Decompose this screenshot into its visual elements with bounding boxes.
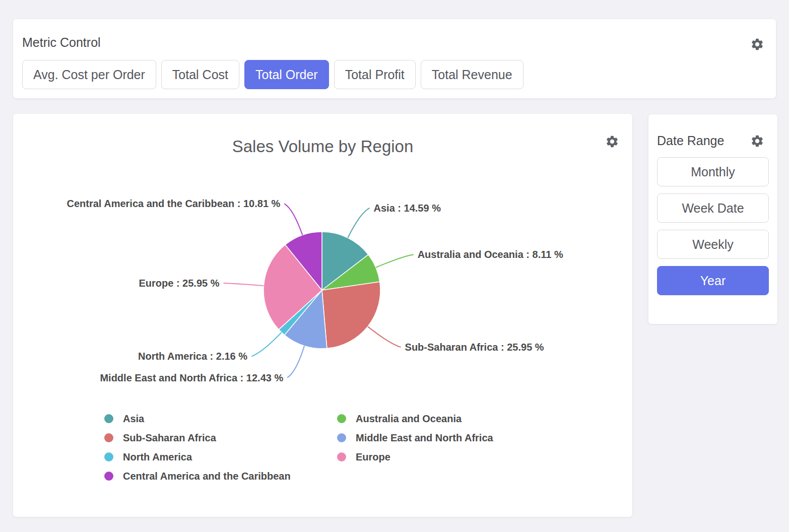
pie-callout-label-central-america-and-the-caribbean: Central America and the Caribbean : 10.8…: [67, 198, 281, 209]
pie-leader-line-australia-and-oceania: [376, 254, 414, 268]
date-range-button-monthly[interactable]: Monthly: [657, 157, 769, 186]
legend-marker-icon: [104, 452, 113, 461]
metric-button-total-revenue[interactable]: Total Revenue: [421, 60, 523, 89]
metric-button-total-profit[interactable]: Total Profit: [334, 60, 416, 89]
legend-item-australia-and-oceania[interactable]: Australia and Oceania: [337, 413, 493, 424]
metric-button-avg-cost-per-order[interactable]: Avg. Cost per Order: [22, 60, 156, 89]
pie-slice-sub-saharan-africa[interactable]: [322, 282, 380, 348]
pie-leader-line-asia: [348, 208, 369, 238]
pie-chart: Asia : 14.59 %Australia and Oceania : 8.…: [13, 174, 632, 426]
legend-item-middle-east-and-north-africa[interactable]: Middle East and North Africa: [337, 432, 493, 443]
pie-callout-label-north-america: North America : 2.16 %: [138, 351, 247, 362]
metric-button-group: Avg. Cost per OrderTotal CostTotal Order…: [22, 60, 529, 89]
legend-label: Central America and the Caribbean: [123, 471, 291, 482]
sales-volume-chart-panel: Sales Volume by Region Asia : 14.59 %Aus…: [13, 114, 632, 517]
legend-item-asia[interactable]: Asia: [104, 413, 337, 424]
legend-item-central-america-and-the-caribbean[interactable]: Central America and the Caribbean: [104, 471, 337, 482]
pie-callout-label-asia: Asia : 14.59 %: [374, 203, 441, 214]
date-button-group: MonthlyWeek DateWeeklyYear: [657, 157, 769, 302]
legend-label: North America: [123, 451, 192, 463]
chart-settings-gear-icon[interactable]: [605, 135, 619, 149]
date-range-panel: Date Range MonthlyWeek DateWeeklyYear: [648, 114, 777, 324]
chart-legend: AsiaAustralia and OceaniaSub-Saharan Afr…: [104, 413, 493, 482]
legend-label: Middle East and North Africa: [356, 432, 493, 444]
metric-button-total-cost[interactable]: Total Cost: [161, 60, 239, 89]
legend-marker-icon: [337, 452, 346, 461]
pie-callout-label-sub-saharan-africa: Sub-Saharan Africa : 25.95 %: [405, 342, 544, 353]
date-settings-gear-icon[interactable]: [750, 134, 764, 148]
pie-leader-line-middle-east-and-north-africa: [287, 346, 304, 378]
metric-control-title: Metric Control: [22, 35, 101, 50]
pie-leader-line-europe: [224, 283, 264, 286]
date-range-button-year[interactable]: Year: [657, 266, 769, 295]
pie-callout-label-australia-and-oceania: Australia and Oceania : 8.11 %: [418, 249, 563, 260]
legend-marker-icon: [104, 414, 113, 423]
chart-title: Sales Volume by Region: [13, 137, 632, 156]
legend-item-north-america[interactable]: North America: [104, 451, 337, 462]
settings-gear-icon[interactable]: [750, 37, 764, 51]
legend-item-europe[interactable]: Europe: [337, 451, 493, 462]
pie-leader-line-north-america: [251, 332, 282, 357]
pie-leader-line-central-america-and-the-caribbean: [284, 204, 302, 235]
pie-leader-line-sub-saharan-africa: [368, 326, 401, 347]
legend-marker-icon: [337, 433, 346, 442]
legend-item-sub-saharan-africa[interactable]: Sub-Saharan Africa: [104, 432, 337, 443]
date-range-button-week-date[interactable]: Week Date: [657, 193, 769, 223]
metric-button-total-order[interactable]: Total Order: [244, 60, 329, 89]
pie-callout-label-middle-east-and-north-africa: Middle East and North Africa : 12.43 %: [100, 372, 283, 383]
legend-label: Sub-Saharan Africa: [123, 432, 216, 444]
pie-callout-label-europe: Europe : 25.95 %: [139, 278, 219, 289]
legend-label: Australia and Oceania: [356, 413, 462, 425]
date-range-title: Date Range: [657, 134, 724, 148]
date-range-button-weekly[interactable]: Weekly: [657, 230, 769, 259]
legend-label: Europe: [356, 451, 390, 463]
legend-marker-icon: [104, 433, 113, 442]
legend-label: Asia: [123, 413, 144, 425]
legend-marker-icon: [104, 472, 113, 481]
legend-marker-icon: [337, 414, 346, 423]
metric-control-panel: Metric Control Avg. Cost per OrderTotal …: [13, 19, 776, 98]
